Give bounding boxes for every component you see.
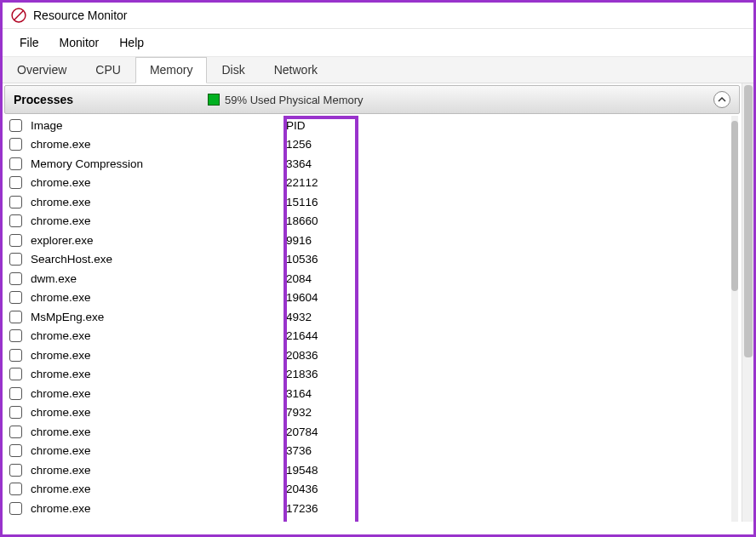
menu-file[interactable]: File — [9, 32, 49, 53]
process-pid: 18660 — [286, 214, 354, 227]
table-row[interactable]: explorer.exe9916 — [3, 231, 731, 250]
table-scrollbar-thumb[interactable] — [731, 121, 738, 291]
process-pid: 3736 — [286, 444, 354, 457]
tab-overview[interactable]: Overview — [3, 57, 81, 83]
row-checkbox[interactable] — [9, 349, 22, 362]
process-pid: 9916 — [286, 234, 354, 247]
row-checkbox[interactable] — [9, 272, 22, 285]
process-pid: 21644 — [286, 329, 354, 342]
table-row[interactable]: SearchHost.exe10536 — [3, 250, 731, 270]
process-pid: 19548 — [286, 464, 354, 477]
process-image-name: chrome.exe — [31, 387, 286, 400]
row-checkbox[interactable] — [9, 329, 22, 342]
table-row[interactable]: chrome.exe3164 — [3, 384, 731, 403]
process-image-name: chrome.exe — [31, 349, 286, 362]
menu-help[interactable]: Help — [109, 32, 154, 53]
row-checkbox[interactable] — [9, 176, 22, 189]
row-checkbox[interactable] — [9, 214, 22, 227]
process-image-name: chrome.exe — [31, 426, 286, 438]
process-pid: 15116 — [286, 196, 354, 209]
memory-usage-label: 59% Used Physical Memory — [225, 94, 713, 106]
table-row[interactable]: chrome.exe19548 — [3, 460, 731, 480]
app-icon — [11, 8, 26, 23]
process-image-name: dwm.exe — [31, 272, 286, 285]
process-table-wrap: Image PID chrome.exe1256Memory Compressi… — [3, 116, 742, 522]
table-row[interactable]: chrome.exe21836 — [3, 365, 731, 385]
table-row[interactable]: chrome.exe20436 — [3, 480, 731, 500]
process-pid: 21836 — [286, 368, 354, 380]
process-pid: 19604 — [286, 291, 354, 304]
tab-memory[interactable]: Memory — [135, 57, 208, 83]
row-checkbox[interactable] — [9, 196, 22, 209]
table-row[interactable]: chrome.exe17236 — [3, 499, 731, 518]
process-image-name: chrome.exe — [31, 444, 286, 457]
process-image-name: chrome.exe — [31, 196, 286, 209]
process-image-name: chrome.exe — [31, 214, 286, 227]
process-image-name: SearchHost.exe — [31, 253, 286, 266]
row-checkbox[interactable] — [9, 406, 22, 419]
row-checkbox[interactable] — [9, 138, 22, 151]
row-checkbox[interactable] — [9, 483, 22, 495]
process-pid: 10536 — [286, 253, 354, 266]
table-row[interactable]: chrome.exe15116 — [3, 192, 731, 212]
table-scrollbar[interactable] — [731, 116, 738, 522]
table-row[interactable]: chrome.exe18660 — [3, 212, 731, 231]
window-scrollbar[interactable] — [742, 83, 753, 522]
table-row[interactable]: chrome.exe20836 — [3, 346, 731, 365]
menu-monitor[interactable]: Monitor — [49, 32, 110, 53]
table-row[interactable]: dwm.exe2084 — [3, 269, 731, 288]
process-table: Image PID chrome.exe1256Memory Compressi… — [3, 116, 731, 522]
tab-network[interactable]: Network — [260, 57, 332, 83]
table-row[interactable]: chrome.exe20784 — [3, 422, 731, 442]
process-image-name: chrome.exe — [31, 176, 286, 189]
row-checkbox[interactable] — [9, 253, 22, 266]
table-header-row: Image PID — [3, 116, 731, 135]
table-row[interactable]: chrome.exe3736 — [3, 442, 731, 461]
memory-usage-icon — [208, 94, 220, 106]
process-pid: 20836 — [286, 349, 354, 362]
process-pid: 4932 — [286, 311, 354, 323]
process-image-name: explorer.exe — [31, 234, 286, 247]
process-image-name: chrome.exe — [31, 502, 286, 515]
process-image-name: MsMpEng.exe — [31, 311, 286, 323]
checkbox-all[interactable] — [9, 119, 22, 132]
window-title: Resource Monitor — [33, 9, 128, 22]
table-row[interactable]: MsMpEng.exe4932 — [3, 307, 731, 327]
process-pid: 1256 — [286, 138, 354, 151]
table-row[interactable]: chrome.exe19604 — [3, 288, 731, 308]
process-image-name: chrome.exe — [31, 329, 286, 342]
svg-line-1 — [14, 11, 24, 20]
section-title: Processes — [14, 93, 208, 106]
process-image-name: chrome.exe — [31, 464, 286, 477]
column-header-image[interactable]: Image — [31, 119, 286, 132]
table-row[interactable]: Memory Compression3364 — [3, 154, 731, 174]
content-area: Processes 59% Used Physical Memory Image… — [3, 83, 742, 522]
process-pid: 22112 — [286, 176, 354, 189]
titlebar: Resource Monitor — [3, 3, 753, 29]
table-row[interactable]: chrome.exe21644 — [3, 327, 731, 346]
column-header-pid[interactable]: PID — [286, 119, 354, 132]
processes-section-header[interactable]: Processes 59% Used Physical Memory — [4, 85, 740, 114]
collapse-button[interactable] — [713, 91, 730, 108]
row-checkbox[interactable] — [9, 387, 22, 400]
row-checkbox[interactable] — [9, 291, 22, 304]
tab-cpu[interactable]: CPU — [81, 57, 135, 83]
table-row[interactable]: chrome.exe7932 — [3, 403, 731, 423]
row-checkbox[interactable] — [9, 311, 22, 323]
row-checkbox[interactable] — [9, 234, 22, 247]
row-checkbox[interactable] — [9, 157, 22, 170]
table-row[interactable]: chrome.exe1256 — [3, 135, 731, 155]
row-checkbox[interactable] — [9, 368, 22, 380]
table-row[interactable]: chrome.exe22112 — [3, 174, 731, 193]
row-checkbox[interactable] — [9, 464, 22, 477]
process-pid: 20784 — [286, 426, 354, 438]
row-checkbox[interactable] — [9, 426, 22, 438]
menubar: File Monitor Help — [3, 29, 753, 57]
row-checkbox[interactable] — [9, 502, 22, 515]
row-checkbox[interactable] — [9, 444, 22, 457]
process-image-name: chrome.exe — [31, 291, 286, 304]
process-pid: 3364 — [286, 157, 354, 170]
tab-disk[interactable]: Disk — [207, 57, 259, 83]
process-image-name: chrome.exe — [31, 138, 286, 151]
window-scrollbar-thumb[interactable] — [744, 85, 753, 357]
